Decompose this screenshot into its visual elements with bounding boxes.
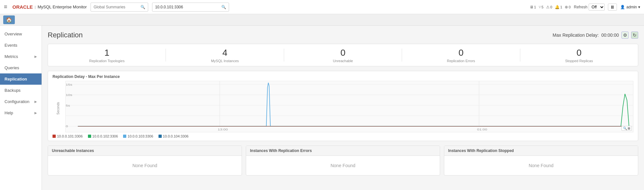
bottom-panels: Unreachable Instances None Found Instanc… [48, 146, 638, 176]
chart-title: Replication Delay - Max Per Instance [53, 74, 633, 79]
top-bar: ≡ ORACLE | MySQL Enterprise Monitor 🔍 🔍 … [0, 0, 644, 14]
sidebar-item-events[interactable]: Events [0, 40, 42, 51]
chart-wrapper: Seconds 15s 10s 5s 0 [53, 81, 633, 132]
delay-settings-icon[interactable]: ⚙ [621, 32, 629, 39]
panel-replication-errors-title: Instances With Replication Errors [250, 148, 312, 153]
stat-topologies: 1 Replication Topologies [48, 47, 166, 63]
stat-stopped-value: 0 [520, 47, 638, 58]
panel-unreachable: Unreachable Instances None Found [48, 146, 242, 176]
sidebar-item-backups[interactable]: Backups [0, 85, 42, 96]
main-content: Replication Max Replication Delay: 00:00… [42, 26, 644, 190]
branch-badge: ⑂ 5 [539, 5, 543, 9]
sidebar-item-metrics[interactable]: Metrics ▶ [0, 51, 42, 62]
panel-replication-errors-text: None Found [331, 163, 355, 168]
sidebar-label-overview: Overview [5, 32, 22, 36]
sidebar-label-help: Help [5, 110, 13, 115]
bell-badge: 🔔 1 [555, 5, 562, 9]
svg-text:5s: 5s [66, 104, 70, 107]
oracle-text: ORACLE [13, 4, 33, 10]
admin-arrow-icon: ▾ [638, 5, 640, 9]
sidebar-label-events: Events [5, 43, 17, 48]
sidebar-item-queries[interactable]: Queries [0, 62, 42, 73]
stat-instances: 4 MySQL Instances [166, 47, 284, 63]
legend-item-3: 10.0.0.103:3306 [123, 134, 153, 138]
status-icons: 🖥 1 ⑂ 5 ⚠ 0 🔔 1 ⊗ 0 [530, 5, 571, 9]
panel-unreachable-body: None Found [48, 156, 242, 175]
sidebar-item-help[interactable]: Help ▶ [0, 107, 42, 119]
instance-search-box[interactable]: 🔍 [152, 3, 229, 12]
panel-unreachable-title: Unreachable Instances [52, 148, 94, 153]
refresh-control: Refresh Off 30s 1m [574, 4, 605, 11]
main-layout: Overview Events Metrics ▶ Queries Replic… [0, 26, 644, 190]
stat-stopped-label: Stopped Replicas [520, 59, 638, 63]
legend-dot-2 [88, 135, 91, 138]
sidebar-label-configuration: Configuration [5, 99, 29, 104]
stat-replication-errors-value: 0 [402, 47, 520, 58]
chart-legend: 10.0.0.101:3306 10.0.0.102:3306 10.0.0.1… [53, 134, 633, 138]
sidebar: Overview Events Metrics ▶ Queries Replic… [0, 26, 42, 190]
hamburger-menu[interactable]: ≡ [4, 4, 7, 10]
instance-search-icon: 🔍 [221, 5, 226, 9]
second-bar: 🏠 [0, 14, 644, 26]
sidebar-item-configuration[interactable]: Configuration ▶ [0, 96, 42, 107]
svg-text:10s: 10s [66, 93, 72, 96]
global-search-box[interactable]: 🔍 [91, 3, 148, 12]
admin-menu-button[interactable]: 👤 admin ▾ [620, 5, 640, 9]
page-title: Replication [48, 31, 83, 39]
global-search-input[interactable] [93, 5, 139, 9]
global-search-icon: 🔍 [140, 5, 145, 9]
max-delay-label: Max Replication Delay: [553, 33, 599, 38]
panel-replication-stopped-title: Instances With Replication Stopped [448, 148, 514, 153]
sidebar-item-overview[interactable]: Overview [0, 28, 42, 40]
stat-instances-value: 4 [166, 47, 284, 58]
panel-replication-errors: Instances With Replication Errors None F… [246, 146, 440, 176]
panel-replication-errors-body: None Found [246, 156, 440, 175]
panel-replication-stopped-body: None Found [444, 156, 638, 175]
stat-topologies-value: 1 [48, 47, 166, 58]
logo-separator: | [35, 5, 36, 9]
sidebar-label-metrics: Metrics [5, 54, 18, 59]
stat-replication-errors: 0 Replication Errors [402, 47, 520, 63]
app-title: MySQL Enterprise Monitor [38, 5, 87, 9]
top-bar-right: 🖥 1 ⑂ 5 ⚠ 0 🔔 1 ⊗ 0 Refresh Off 30s 1m ⏸… [530, 4, 640, 11]
error-badge: ⊗ 0 [565, 5, 571, 9]
legend-dot-4 [159, 135, 162, 138]
monitor-badge: 🖥 1 [530, 5, 536, 9]
legend-label-3: 10.0.0.103:3306 [128, 134, 153, 138]
chart-svg: 15s 10s 5s 0 13:00 01:00 [66, 81, 633, 132]
oracle-logo: ORACLE | MySQL Enterprise Monitor [13, 4, 87, 10]
refresh-select[interactable]: Off 30s 1m [589, 4, 605, 11]
panel-replication-stopped-text: None Found [529, 163, 553, 168]
instance-search-input[interactable] [155, 5, 219, 9]
stat-unreachable-value: 0 [284, 47, 402, 58]
delay-refresh-icon[interactable]: ↻ [631, 32, 638, 39]
panel-replication-stopped-header: Instances With Replication Stopped [444, 146, 638, 156]
legend-dot-1 [53, 135, 56, 138]
home-button[interactable]: 🏠 [3, 15, 15, 24]
pause-button[interactable]: ⏸ [608, 4, 617, 11]
refresh-label: Refresh [574, 5, 587, 9]
sidebar-label-replication: Replication [5, 77, 27, 81]
legend-label-2: 10.0.0.102:3306 [92, 134, 118, 138]
magnify-label: ⊞ [628, 127, 630, 130]
stat-instances-label: MySQL Instances [166, 59, 284, 63]
sidebar-label-backups: Backups [5, 88, 21, 93]
sidebar-label-queries: Queries [5, 65, 19, 70]
page-header: Replication Max Replication Delay: 00:00… [48, 31, 638, 39]
stat-unreachable-label: Unreachable [284, 59, 402, 63]
svg-text:15s: 15s [66, 83, 72, 86]
stat-topologies-label: Replication Topologies [48, 59, 166, 63]
admin-label: admin [626, 5, 637, 9]
legend-item-4: 10.0.0.104:3306 [159, 134, 189, 138]
warning-badge: ⚠ 0 [546, 5, 552, 9]
config-arrow-icon: ▶ [34, 100, 37, 103]
legend-label-4: 10.0.0.104:3306 [163, 134, 189, 138]
panel-replication-stopped: Instances With Replication Stopped None … [444, 146, 638, 176]
y-axis-label: Seconds [56, 102, 60, 115]
panel-unreachable-header: Unreachable Instances [48, 146, 242, 156]
legend-dot-3 [123, 135, 126, 138]
max-delay-value: 00:00:00 [601, 33, 619, 38]
sidebar-item-replication[interactable]: Replication [0, 73, 42, 85]
magnify-icon: 🔍 [623, 127, 627, 130]
chart-magnify-button[interactable]: 🔍 ⊞ [621, 126, 632, 131]
